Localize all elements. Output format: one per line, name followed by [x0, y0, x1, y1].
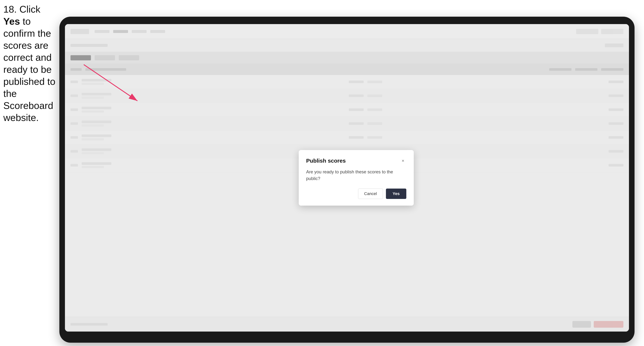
dialog-footer: Cancel Yes	[306, 188, 406, 199]
tablet-screen: Publish scores × Are you ready to publis…	[65, 24, 629, 332]
dialog-title: Publish scores	[306, 158, 346, 164]
dialog-yes-button[interactable]: Yes	[386, 188, 406, 199]
modal-overlay: Publish scores × Are you ready to publis…	[65, 24, 629, 332]
instruction-text: 18. Click Yes to confirm the scores are …	[3, 3, 57, 124]
publish-scores-dialog: Publish scores × Are you ready to publis…	[299, 150, 414, 206]
svg-line-1	[84, 65, 137, 101]
instruction-before: Click	[20, 4, 40, 15]
dialog-close-button[interactable]: ×	[400, 158, 406, 164]
dialog-header: Publish scores ×	[306, 158, 406, 164]
dialog-message: Are you ready to publish these scores to…	[306, 169, 406, 182]
arrow-annotation	[69, 61, 158, 113]
tablet-device: Publish scores × Are you ready to publis…	[59, 17, 634, 343]
dialog-cancel-button[interactable]: Cancel	[358, 188, 383, 199]
instruction-after: to confirm the scores are correct and re…	[3, 16, 55, 123]
instruction-bold: Yes	[3, 16, 20, 27]
step-number: 18.	[3, 4, 17, 15]
